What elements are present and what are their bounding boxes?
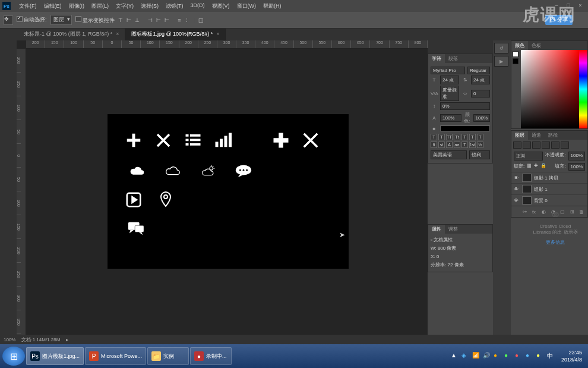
lock-position-icon[interactable]: ✚ (534, 163, 538, 171)
lock-pixels-icon[interactable]: ▦ (527, 163, 532, 171)
char-style-button[interactable]: TT (446, 134, 453, 140)
taskbar-item[interactable]: ●录制中... (190, 347, 232, 365)
kerning-select[interactable]: 度量标准 (440, 86, 459, 101)
window-close[interactable]: × (575, 1, 586, 10)
tab-channels[interactable]: 通道 (528, 131, 545, 140)
layer-visibility-icon[interactable]: 👁 (514, 175, 520, 181)
char-style-button[interactable]: T (438, 134, 445, 140)
distribute-icon[interactable]: ⋮ (184, 17, 189, 23)
tab-paragraph[interactable]: 段落 (445, 54, 461, 63)
menu-item[interactable]: 图层(L) (88, 2, 112, 10)
menu-item[interactable]: 帮助(H) (260, 2, 285, 10)
tray-app1-icon[interactable]: ● (494, 352, 502, 360)
tray-app3-icon[interactable]: ● (515, 352, 523, 360)
char-style-button[interactable]: T (431, 134, 437, 140)
zoom-level[interactable]: 100% (4, 337, 15, 342)
char-style-button[interactable]: T (477, 134, 483, 140)
tab-properties[interactable]: 属性 (428, 225, 445, 234)
menu-item[interactable]: 文件(F) (15, 2, 40, 10)
char-style-button[interactable]: T (461, 134, 468, 140)
tray-app5-icon[interactable]: ● (536, 352, 545, 360)
tracking-input[interactable]: 0 (471, 90, 490, 97)
document-canvas[interactable]: ➤ (108, 114, 349, 269)
filter-shape-icon[interactable] (551, 141, 559, 149)
fill-input[interactable]: 100% (568, 163, 585, 171)
tool-preset-icon[interactable]: ✥ (4, 15, 13, 25)
show-transform-checkbox[interactable]: 显示变换控件 (75, 16, 115, 24)
link-layers-icon[interactable]: ⚯ (520, 208, 529, 215)
font-style-select[interactable]: Regular (467, 67, 490, 74)
menu-item[interactable]: 3D(D) (187, 2, 208, 10)
layer-row[interactable]: 👁组影 1 拷贝 (511, 172, 587, 183)
char-style-button[interactable]: st (438, 141, 445, 148)
opacity-input[interactable]: 100% (568, 152, 585, 161)
share-button[interactable]: ⮹ 分享 (545, 15, 573, 25)
menu-item[interactable]: 选择(S) (137, 2, 162, 10)
libraries-link[interactable]: 更多信息 (531, 239, 580, 246)
window-maximize[interactable]: □ (563, 1, 574, 10)
lock-all-icon[interactable]: 🔒 (540, 163, 546, 171)
layer-visibility-icon[interactable]: 👁 (514, 187, 520, 192)
tray-lang-icon[interactable]: 中 (547, 352, 555, 360)
menu-item[interactable]: 图像(I) (65, 2, 88, 10)
taskbar-item[interactable]: PMicrosoft Powe... (85, 347, 146, 365)
document-tab[interactable]: 图标模板1.jpg @ 100%(RGB/8#) *× (125, 29, 226, 40)
tab-color[interactable]: 颜色 (511, 41, 528, 50)
blend-mode-select[interactable]: 正常 (514, 152, 543, 161)
status-chevron-icon[interactable]: ▸ (66, 337, 68, 342)
menu-item[interactable]: 窗口(W) (233, 2, 260, 10)
tray-app2-icon[interactable]: ● (504, 352, 513, 360)
font-family-select[interactable]: Myriad Pro (431, 67, 465, 74)
taskbar-clock[interactable]: 23:45 2018/4/8 (558, 349, 586, 363)
char-style-button[interactable]: ½ (477, 141, 483, 148)
filter-kind-icon[interactable] (513, 141, 521, 149)
align-center-icon[interactable]: ⊢ (156, 17, 161, 23)
tray-flag-icon[interactable]: ▲ (451, 352, 459, 360)
dock-history-icon[interactable]: ↺ (494, 43, 508, 54)
filter-adjust-icon[interactable] (532, 141, 540, 149)
menu-item[interactable]: 编辑(E) (40, 2, 65, 10)
tab-close-icon[interactable]: × (216, 31, 219, 37)
leading-input[interactable]: 24 点 (471, 76, 490, 84)
tray-audio-icon[interactable]: 🔊 (483, 352, 491, 360)
taskbar-item[interactable]: Ps图片模板1.jpg... (26, 347, 84, 365)
layer-visibility-icon[interactable]: 👁 (514, 198, 520, 203)
tab-adjustments[interactable]: 调整 (445, 225, 461, 234)
align-bottom-icon[interactable]: ⊥ (135, 17, 140, 23)
tab-close-icon[interactable]: × (116, 31, 119, 37)
start-button[interactable]: ⊞ (2, 347, 25, 366)
tray-shield-icon[interactable]: ◈ (461, 352, 470, 360)
tab-character[interactable]: 字符 (428, 54, 445, 63)
dock-actions-icon[interactable]: ▶ (494, 56, 508, 67)
tray-network-icon[interactable]: 📶 (472, 352, 480, 360)
auto-select-mode-dropdown[interactable]: 图层 (50, 15, 72, 25)
hue-slider[interactable] (579, 50, 587, 128)
document-tab[interactable]: 未标题-1 @ 100% (图层 1, RGB/8#) *× (18, 29, 125, 40)
tab-swatches[interactable]: 色板 (528, 41, 545, 50)
menu-item[interactable]: 视图(V) (208, 2, 233, 10)
tab-layers[interactable]: 图层 (511, 131, 528, 140)
bg-swatch-icon[interactable] (513, 58, 519, 64)
font-size-input[interactable]: 24 点 (440, 76, 459, 84)
char-style-button[interactable]: aa (454, 141, 460, 148)
align-middle-icon[interactable]: ⊢ (127, 17, 131, 23)
char-style-button[interactable]: T (469, 134, 476, 140)
filter-type-icon[interactable] (542, 141, 550, 149)
filter-smart-icon[interactable] (561, 141, 569, 149)
menu-item[interactable]: 文字(Y) (112, 2, 137, 10)
fg-swatch-icon[interactable] (513, 51, 519, 57)
char-style-button[interactable]: fi (431, 141, 437, 148)
distribute-icon[interactable]: ≡ (178, 17, 181, 23)
menu-item[interactable]: 滤镜(T) (162, 2, 187, 10)
filter-pixel-icon[interactable] (523, 141, 531, 149)
tab-paths[interactable]: 路径 (545, 131, 561, 140)
baseline-input[interactable]: 100% (473, 114, 490, 122)
align-left-icon[interactable]: ⊣ (148, 17, 153, 23)
auto-select-checkbox[interactable]: 自动选择: (17, 16, 47, 24)
hscale-input[interactable]: 100% (440, 114, 461, 122)
3d-mode-icon[interactable]: ◫ (198, 17, 204, 23)
vscale-input[interactable]: 0% (440, 102, 490, 110)
tray-app4-icon[interactable]: ● (526, 352, 534, 360)
char-style-button[interactable]: T (461, 141, 468, 148)
doc-info[interactable]: 文档:1.14M/1.28M (21, 336, 60, 343)
